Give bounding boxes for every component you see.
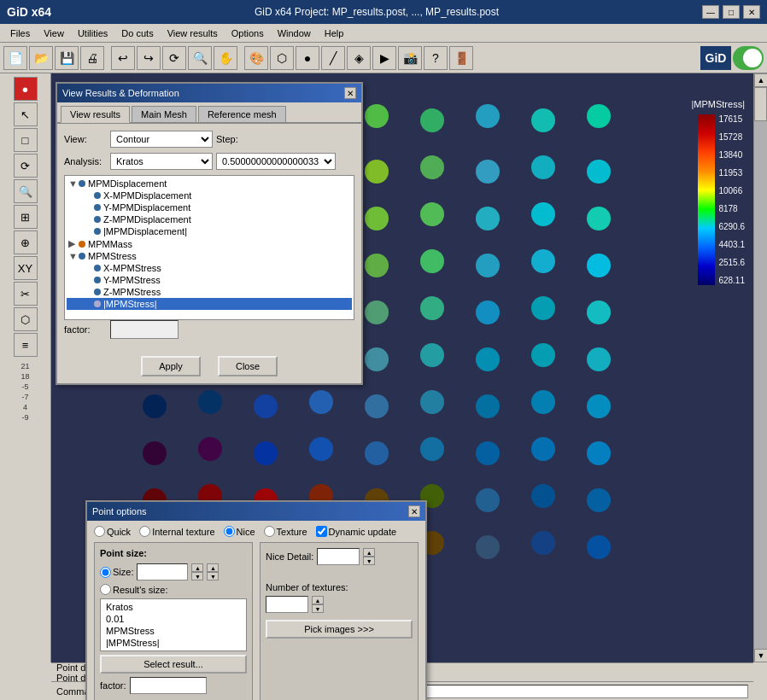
sidebar-red-btn[interactable]: ● — [14, 77, 38, 101]
tab-view-results[interactable]: View results — [61, 106, 130, 123]
tb-capture-btn[interactable]: 📸 — [398, 46, 422, 70]
tb-render-btn[interactable]: 🎨 — [244, 46, 268, 70]
nice-spin-down[interactable]: ▼ — [363, 557, 375, 565]
tree-item-z-mpmdisplacement[interactable]: Z-MPMDisplacement — [67, 213, 352, 225]
checkbox-dynamic-update-input[interactable] — [316, 526, 327, 537]
radio-result-size[interactable]: Result's size: — [100, 584, 167, 595]
size-spin-down[interactable]: ▼ — [191, 572, 203, 580]
scroll-track[interactable] — [754, 87, 767, 649]
dropdown-item-001[interactable]: 0.01 — [102, 613, 244, 625]
tree-expand-icon[interactable]: ▼ — [68, 178, 79, 189]
sidebar-select-btn[interactable]: □ — [14, 128, 38, 152]
radio-texture-input[interactable] — [264, 526, 275, 537]
num-textures-input[interactable]: 0 — [266, 596, 308, 613]
tb-pan-btn[interactable]: ✋ — [214, 46, 237, 70]
size-spin-down2[interactable]: ▼ — [207, 572, 219, 580]
sidebar-cut-btn[interactable]: ✂ — [14, 282, 38, 306]
tree-expand-stress[interactable]: ▼ — [68, 251, 79, 261]
minimize-button[interactable]: — — [702, 5, 719, 19]
tex-spin-up[interactable]: ▲ — [312, 596, 324, 604]
tb-redo-btn[interactable]: ↪ — [137, 46, 161, 70]
tb-undo-btn[interactable]: ↩ — [111, 46, 135, 70]
tree-expand-mass[interactable]: ▶ — [68, 238, 79, 249]
size-value-input[interactable]: 10.5 — [137, 563, 188, 580]
scroll-thumb[interactable] — [754, 87, 767, 121]
post-toggle[interactable] — [733, 46, 764, 70]
dropdown-item-kratos[interactable]: Kratos — [102, 601, 244, 613]
result-dropdown[interactable]: Kratos 0.01 MPMStress |MPMStress| — [100, 598, 247, 651]
select-result-btn[interactable]: Select result... — [100, 655, 247, 674]
radio-size-input[interactable] — [100, 567, 111, 578]
vr-apply-button[interactable]: Apply — [141, 356, 201, 376]
menu-window[interactable]: Window — [271, 26, 318, 40]
tree-item-x-mpmstress[interactable]: X-MPMStress — [67, 262, 352, 274]
scroll-down-btn[interactable]: ▼ — [754, 649, 767, 662]
menu-options[interactable]: Options — [225, 26, 271, 40]
tb-new-btn[interactable]: 📄 — [3, 46, 27, 70]
sidebar-pan-btn[interactable]: ⊕ — [14, 230, 38, 254]
tb-help2-btn[interactable]: ? — [424, 46, 448, 70]
sidebar-zoom-btn[interactable]: 🔍 — [14, 179, 38, 203]
tex-spin-down[interactable]: ▼ — [312, 604, 324, 613]
radio-quick-input[interactable] — [94, 526, 105, 537]
radio-quick[interactable]: Quick — [94, 526, 131, 537]
radio-internal-texture-input[interactable] — [139, 526, 150, 537]
tb-exit-btn[interactable]: 🚪 — [449, 46, 473, 70]
tree-item-abs-mpmdisplacement[interactable]: |MPMDisplacement| — [67, 225, 352, 237]
size-spin-up[interactable]: ▲ — [191, 563, 203, 572]
nice-spin-up[interactable]: ▲ — [363, 548, 375, 557]
tree-item-z-mpmstress[interactable]: Z-MPMStress — [67, 286, 352, 298]
vertical-scrollbar[interactable]: ▲ ▼ — [753, 73, 767, 662]
tree-item-mpmmass[interactable]: ▶ MPMMass — [67, 237, 352, 250]
tb-open-btn[interactable]: 📂 — [29, 46, 53, 70]
sidebar-cursor-btn[interactable]: ↖ — [14, 102, 38, 126]
tb-iso-btn[interactable]: ◈ — [347, 46, 371, 70]
nice-detail-input[interactable]: 6 — [317, 548, 360, 565]
tb-save-btn[interactable]: 💾 — [55, 46, 79, 70]
tb-print-btn[interactable]: 🖨 — [80, 46, 104, 70]
result-tree[interactable]: ▼ MPMDisplacement X-MPMDisplacement Y-MP… — [64, 175, 354, 320]
radio-nice[interactable]: Nice — [224, 526, 255, 537]
menu-do-cuts[interactable]: Do cuts — [114, 26, 160, 40]
size-spin-up2[interactable]: ▲ — [207, 563, 219, 572]
factor-field-po[interactable]: 8.5187e-005 — [130, 677, 207, 694]
radio-size[interactable]: Size: — [100, 567, 133, 578]
tb-animate-btn[interactable]: ▶ — [372, 46, 396, 70]
view-select[interactable]: Contour — [110, 131, 213, 148]
step-value-select[interactable]: 0.50000000000000033 — [216, 153, 336, 170]
dialog-vr-close-btn[interactable]: ✕ — [344, 87, 356, 99]
tb-mesh-btn[interactable]: ⬡ — [270, 46, 294, 70]
tb-points-btn[interactable]: ● — [296, 46, 319, 70]
tab-main-mesh[interactable]: Main Mesh — [132, 106, 196, 122]
factor-input[interactable] — [110, 320, 179, 339]
scroll-up-btn[interactable]: ▲ — [754, 73, 767, 87]
tree-item-y-mpmstress[interactable]: Y-MPMStress — [67, 274, 352, 286]
pick-images-btn[interactable]: Pick images >>> — [266, 620, 413, 639]
radio-nice-input[interactable] — [224, 526, 235, 537]
dropdown-item-mpmstress[interactable]: MPMStress — [102, 625, 244, 637]
tb-lines-btn[interactable]: ╱ — [321, 46, 345, 70]
sidebar-layers-btn[interactable]: ≡ — [14, 333, 38, 357]
tree-item-abs-mpmstress[interactable]: |MPMStress| — [67, 298, 352, 310]
tree-item-mpmdisplacement[interactable]: ▼ MPMDisplacement — [67, 178, 352, 190]
menu-help[interactable]: Help — [318, 26, 351, 40]
tree-item-mpmstress[interactable]: ▼ MPMStress — [67, 250, 352, 262]
radio-internal-texture[interactable]: Internal texture — [139, 526, 214, 537]
tree-item-x-mpmdisplacement[interactable]: X-MPMDisplacement — [67, 190, 352, 201]
tb-zoom-btn[interactable]: 🔍 — [188, 46, 212, 70]
tab-reference-mesh[interactable]: Reference mesh — [198, 106, 286, 122]
radio-texture[interactable]: Texture — [264, 526, 307, 537]
sidebar-axis-btn[interactable]: XY — [14, 256, 38, 280]
dialog-po-close-x-btn[interactable]: ✕ — [408, 505, 420, 517]
sidebar-fit-btn[interactable]: ⊞ — [14, 205, 38, 229]
sidebar-rotate-btn[interactable]: ⟳ — [14, 154, 38, 178]
menu-view-results[interactable]: View results — [161, 26, 225, 40]
menu-view[interactable]: View — [37, 26, 71, 40]
tree-item-y-mpmdisplacement[interactable]: Y-MPMDisplacement — [67, 201, 352, 213]
vr-close-button[interactable]: Close — [218, 356, 278, 376]
tb-rotate-btn[interactable]: ⟳ — [162, 46, 186, 70]
menu-utilities[interactable]: Utilities — [71, 26, 114, 40]
close-window-button[interactable]: ✕ — [743, 5, 760, 19]
menu-files[interactable]: Files — [3, 26, 37, 40]
analysis-select[interactable]: Kratos — [110, 153, 213, 170]
